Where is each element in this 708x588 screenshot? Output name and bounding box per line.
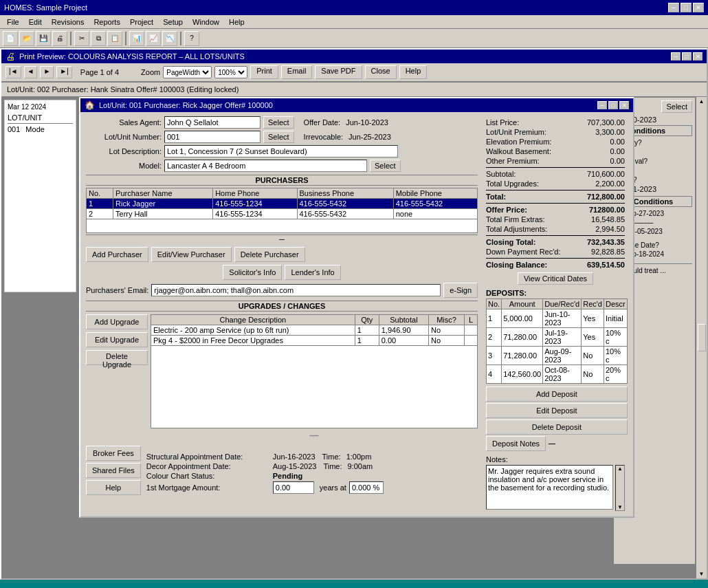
upg-col-desc: Change Description [151, 315, 355, 325]
menu-help[interactable]: Help [225, 17, 249, 27]
pp-last-page[interactable]: ►| [56, 66, 72, 78]
lot-controls: ─ □ ✕ [597, 101, 629, 109]
print-preview-window: 🖨 Print Preview: COLOURS ANALYSIS REPORT… [0, 48, 708, 580]
dep-desc-3: 10% c [604, 347, 627, 365]
lot-two-col: Sales Agent: Select Offer Date: Jun-10-2… [86, 116, 628, 512]
lot-number-select[interactable]: Select [263, 131, 294, 143]
table-row-empty [87, 219, 478, 233]
deposit-notes-btn[interactable]: Deposit Notes [486, 436, 546, 451]
pp-print-btn[interactable]: Print [250, 65, 278, 79]
edit-upgrade-btn[interactable]: Edit Upgrade [86, 332, 148, 347]
secondary-bar: Lot/Unit: 002 Purchaser: Hank Sinatra Of… [1, 82, 707, 97]
upg-misc-2: No [429, 336, 465, 346]
toolbar-save[interactable]: 💾 [36, 31, 51, 46]
email-row: Purchasers' Email: e-Sign [86, 283, 478, 298]
table-row[interactable]: 1 Rick Jagger 416-555-1234 416-555-5432 … [87, 199, 478, 209]
help-btn[interactable]: Help [86, 480, 141, 495]
deposits-table: No. Amount Due/Rec'd Rec'd Descr [486, 298, 628, 384]
delete-upgrade-btn[interactable]: Delete Upgrade [86, 350, 148, 365]
menu-setup[interactable]: Setup [159, 17, 187, 27]
pp-email-btn[interactable]: Email [281, 65, 313, 79]
model-input[interactable] [164, 160, 367, 172]
toolbar-help[interactable]: ? [184, 31, 199, 46]
toolbar-btn3[interactable]: 📉 [162, 31, 177, 46]
toolbar-open[interactable]: 📂 [19, 31, 34, 46]
dep-col-desc: Descr [604, 299, 627, 309]
list-item[interactable]: 1 5,000.00 Jun-10-2023 Yes Initial [487, 309, 628, 328]
notes-scroll-up[interactable]: ▲ [617, 466, 623, 472]
price-div3 [486, 203, 625, 204]
esign-btn[interactable]: e-Sign [443, 283, 478, 298]
closing-total-row: Closing Total: 732,343.35 [486, 237, 625, 247]
view-critical-btn[interactable]: View Critical Dates [518, 272, 593, 285]
menu-project[interactable]: Project [126, 17, 157, 27]
pp-minimize[interactable]: ─ [671, 52, 681, 61]
toolbar-copy[interactable]: ⧉ [91, 31, 106, 46]
lot-maximize[interactable]: □ [608, 101, 618, 109]
menu-edit[interactable]: Edit [25, 17, 46, 27]
menu-revisions[interactable]: Revisions [47, 17, 89, 27]
pp-zoom-select[interactable]: PageWidth Fit Page 100% [163, 66, 212, 78]
right-select-btn[interactable]: Select [661, 100, 692, 113]
pp-first-page[interactable]: |◄ [5, 66, 21, 78]
delete-deposit-btn[interactable]: Delete Deposit [486, 420, 628, 435]
sales-agent-row: Sales Agent: Select Offer Date: Jun-10-2… [86, 116, 478, 129]
toolbar-paste[interactable]: 📋 [107, 31, 122, 46]
minimize-btn[interactable]: ─ [668, 3, 679, 12]
sales-agent-input[interactable] [164, 116, 261, 129]
list-item[interactable]: Pkg 4 - $2000 in Free Decor Upgrades 1 0… [151, 336, 478, 346]
scroll-down-arrow[interactable]: ▼ [699, 571, 705, 577]
add-purchaser-btn[interactable]: Add Purchaser [86, 247, 148, 262]
close-btn[interactable]: ✕ [693, 3, 704, 12]
lot-number-input[interactable] [164, 131, 261, 143]
maximize-btn[interactable]: □ [681, 3, 692, 12]
lender-btn[interactable]: Lender's Info [285, 265, 340, 280]
rate-input[interactable] [349, 481, 384, 494]
lot-desc-input[interactable] [164, 145, 398, 157]
closing-total-label: Closing Total: [486, 238, 536, 246]
email-input[interactable] [151, 284, 441, 296]
list-item[interactable]: Electric - 200 amp Service (up to 6ft ru… [151, 325, 478, 336]
menu-window[interactable]: Window [188, 17, 223, 27]
notes-scroll-down[interactable]: ▼ [617, 504, 623, 510]
toolbar-print[interactable]: 🖨 [52, 31, 67, 46]
scroll-thumb[interactable] [698, 324, 706, 351]
add-deposit-btn[interactable]: Add Deposit [486, 386, 628, 402]
lot-minimize[interactable]: ─ [597, 101, 607, 109]
toolbar-btn2[interactable]: 📈 [146, 31, 161, 46]
toolbar-btn1[interactable]: 📊 [129, 31, 144, 46]
pp-zoom-percent[interactable]: 100% 75% 125% [214, 66, 247, 78]
edit-purchaser-btn[interactable]: Edit/View Purchaser [151, 247, 232, 262]
lot-title: Lot/Unit: 001 Purchaser: Rick Jagger Off… [99, 101, 273, 109]
mortgage-input[interactable] [273, 481, 314, 494]
deposit-buttons: Add Deposit Edit Deposit Delete Deposit … [486, 386, 628, 451]
purch-col-name: Purchaser Name [113, 188, 213, 199]
toolbar-cut[interactable]: ✂ [74, 31, 89, 46]
menu-file[interactable]: File [3, 17, 23, 27]
menu-reports[interactable]: Reports [89, 17, 124, 27]
pp-help-btn[interactable]: Help [399, 65, 428, 79]
pp-close-btn[interactable]: Close [365, 65, 397, 79]
delete-purchaser-btn[interactable]: Delete Purchaser [234, 247, 305, 262]
add-upgrade-btn[interactable]: Add Upgrade [86, 314, 148, 329]
list-item[interactable]: 3 71,280.00 Aug-09-2023 No 10% c [487, 347, 628, 365]
notes-textarea[interactable]: Mr. Jagger requires extra sound insulati… [486, 465, 613, 510]
edit-deposit-btn[interactable]: Edit Deposit [486, 403, 628, 418]
upg-misc-1: No [429, 325, 465, 336]
broker-fees-btn[interactable]: Broker Fees [86, 446, 141, 461]
model-select[interactable]: Select [370, 160, 401, 172]
sales-agent-select[interactable]: Select [263, 116, 294, 129]
toolbar-new[interactable]: 📄 [3, 31, 18, 46]
solicitor-btn[interactable]: Solicitor's Info [223, 265, 282, 280]
pp-next-page[interactable]: ► [40, 66, 54, 78]
scroll-up-arrow[interactable]: ▲ [699, 98, 705, 105]
pp-maximize[interactable]: □ [682, 52, 692, 61]
list-item[interactable]: 2 71,280.00 Jul-19-2023 Yes 10% c [487, 328, 628, 347]
table-row[interactable]: 2 Terry Hall 416-555-1234 416-555-5432 n… [87, 209, 478, 219]
lot-close[interactable]: ✕ [619, 101, 629, 109]
shared-files-btn[interactable]: Shared Files [86, 463, 141, 478]
pp-close[interactable]: ✕ [693, 52, 703, 61]
pp-prev-page[interactable]: ◄ [24, 66, 38, 78]
pp-savepdf-btn[interactable]: Save PDF [315, 65, 362, 79]
list-item[interactable]: 4 142,560.00 Oct-08-2023 No 20% c [487, 365, 628, 384]
